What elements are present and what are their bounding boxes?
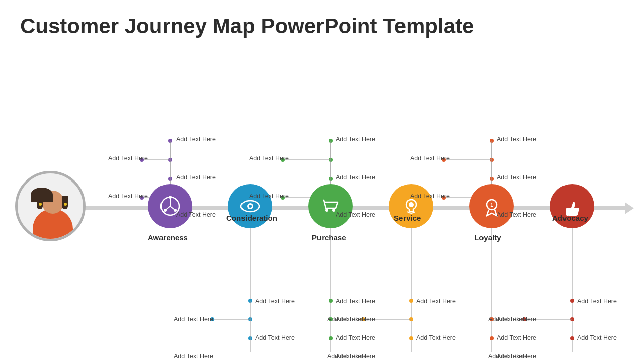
svg-point-23 (329, 139, 333, 143)
loyalty-text-top-5: Add Text Here (497, 211, 536, 218)
timeline-line (60, 206, 629, 210)
purchase-text-top-1: Add Text Here (336, 136, 375, 143)
awareness-text-5: Add Text Here (176, 211, 216, 218)
loyalty-text-top-2: Add Text Here (410, 155, 450, 162)
svg-point-40 (409, 336, 413, 340)
svg-point-75 (169, 196, 172, 199)
svg-point-13 (248, 317, 252, 321)
purchase-text-top-3: Add Text Here (336, 174, 375, 181)
svg-point-3 (168, 177, 172, 181)
consideration-label: Consideration (226, 214, 277, 222)
awareness-label: Awareness (148, 233, 188, 242)
svg-point-62 (570, 299, 574, 303)
advocacy-text-4: Add Text Here (488, 353, 528, 360)
advocacy-label: Advocacy (552, 214, 588, 222)
purchase-text-top-4: Add Text Here (249, 193, 289, 200)
purchase-text-bot-1: Add Text Here (336, 298, 375, 305)
service-text-4: Add Text Here (327, 353, 367, 360)
svg-point-58 (490, 336, 494, 340)
purchase-label: Purchase (312, 233, 346, 242)
svg-point-63 (570, 317, 574, 321)
purchase-text-top-2: Add Text Here (249, 155, 289, 162)
loyalty-text-top-3: Add Text Here (497, 174, 536, 181)
consideration-text-3: Add Text Here (255, 334, 295, 341)
awareness-text-2: Add Text Here (108, 155, 148, 162)
service-text-3: Add Text Here (416, 334, 456, 341)
purchase-text-bot-3: Add Text Here (336, 334, 375, 341)
advocacy-text-1: Add Text Here (577, 298, 617, 305)
service-text-2: Add Text Here (327, 316, 367, 323)
loyalty-text-top-1: Add Text Here (497, 136, 536, 143)
svg-point-50 (490, 177, 494, 181)
svg-point-24 (329, 158, 333, 162)
diagram-area: 1 Add Text Here Add Text Here Add Text H… (0, 65, 644, 352)
svg-point-64 (570, 336, 574, 340)
awareness-text-4: Add Text Here (108, 193, 148, 200)
svg-point-34 (329, 336, 333, 340)
svg-point-14 (248, 336, 252, 340)
loyalty-text-top-4: Add Text Here (410, 193, 450, 200)
awareness-text-1: Add Text Here (176, 136, 216, 143)
loyalty-label: Loyalty (474, 233, 501, 242)
svg-point-38 (409, 299, 413, 303)
advocacy-text-3: Add Text Here (577, 334, 617, 341)
timeline-arrow (625, 202, 634, 214)
page-title: Customer Journey Map PowerPoint Template (0, 0, 644, 38)
loyalty-text-bot-2: Add Text Here (497, 334, 536, 341)
svg-point-25 (329, 177, 333, 181)
consideration-text-4: Add Text Here (174, 353, 213, 360)
svg-point-48 (490, 139, 494, 143)
consideration-text-1: Add Text Here (255, 298, 295, 305)
svg-point-49 (490, 158, 494, 162)
svg-point-12 (248, 299, 252, 303)
purchase-text-top-5: Add Text Here (336, 211, 375, 218)
svg-point-2 (168, 158, 172, 162)
awareness-text-3: Add Text Here (176, 174, 216, 181)
service-label: Service (394, 214, 421, 222)
avatar (15, 171, 86, 241)
svg-point-1 (168, 139, 172, 143)
svg-point-39 (409, 317, 413, 321)
advocacy-text-2: Add Text Here (488, 316, 528, 323)
svg-point-32 (329, 299, 333, 303)
service-text-1: Add Text Here (416, 298, 456, 305)
consideration-text-2: Add Text Here (174, 316, 213, 323)
